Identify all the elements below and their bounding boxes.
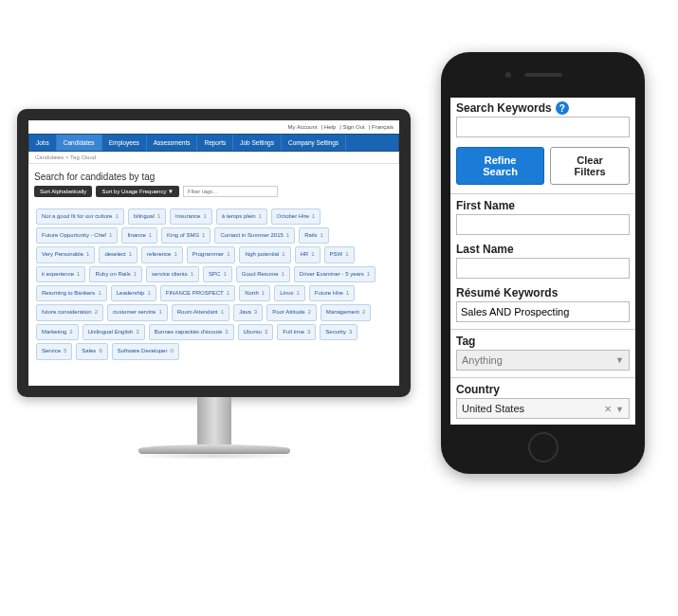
tag-pill[interactable]: Service5: [36, 343, 72, 359]
tag-pill[interactable]: Marketing2: [36, 324, 79, 340]
resume-keywords-label: Résumé Keywords: [456, 286, 630, 299]
search-keywords-label: Search Keywords ?: [456, 101, 630, 115]
first-name-input[interactable]: [456, 214, 630, 235]
monitor-bezel: My Account| Help| Sign Out| Français Job…: [17, 109, 411, 397]
tag-pill[interactable]: it experience1: [36, 266, 85, 282]
tag-pill[interactable]: Very Personable1: [36, 246, 95, 263]
tag-pill[interactable]: à temps plein1: [216, 208, 267, 225]
tag-pill[interactable]: reference1: [141, 246, 183, 263]
nav-tab-reports[interactable]: Reports: [197, 135, 233, 151]
filter-tags-input[interactable]: [183, 186, 278, 197]
tag-pill[interactable]: Returning to Bankers1: [36, 285, 107, 301]
country-select[interactable]: United States ✕▼: [456, 398, 630, 419]
separator: [450, 329, 635, 330]
tag-pill[interactable]: Room Attendant1: [172, 304, 229, 320]
tag-pill[interactable]: Future Opportunity - Chef1: [36, 227, 118, 244]
desktop-monitor: My Account| Help| Sign Out| Français Job…: [17, 109, 411, 460]
tag-pill[interactable]: Linux1: [274, 285, 305, 301]
desktop-screen: My Account| Help| Sign Out| Français Job…: [28, 120, 399, 386]
tag-pill[interactable]: Rails1: [299, 227, 329, 244]
top-link[interactable]: | Français: [369, 124, 394, 130]
tag-pill[interactable]: customer service1: [107, 304, 168, 320]
tag-pill[interactable]: PSW1: [324, 246, 355, 263]
country-label: Country: [456, 383, 630, 396]
tag-pill[interactable]: Leadership1: [111, 285, 156, 301]
tag-pill[interactable]: Driver Examiner - 5 years1: [294, 266, 376, 282]
tag-pill[interactable]: Good Resume1: [236, 266, 290, 282]
refine-search-button[interactable]: Refine Search: [456, 147, 544, 185]
tag-pill[interactable]: Future Hire1: [309, 285, 355, 301]
tag-pill[interactable]: future consideration2: [36, 304, 103, 320]
tag-pill[interactable]: bilingual1: [128, 208, 166, 225]
top-links: My Account| Help| Sign Out| Français: [28, 120, 399, 134]
tag-pill[interactable]: deselect1: [99, 246, 137, 263]
tag-pill[interactable]: Management2: [321, 304, 371, 320]
nav-tab-job-settings[interactable]: Job Settings: [233, 135, 282, 151]
nav-tab-assessments[interactable]: Assessments: [147, 135, 198, 151]
tag-pill[interactable]: HR1: [295, 246, 321, 263]
clear-filters-button[interactable]: Clear Filters: [550, 147, 630, 185]
search-keywords-input[interactable]: [456, 117, 630, 137]
tag-pill[interactable]: Insurance1: [170, 208, 212, 225]
tag-pill[interactable]: Contact in Summer 20151: [214, 227, 295, 244]
search-keywords-text: Search Keywords: [456, 101, 552, 115]
nav-tab-company-settings[interactable]: Company Settings: [282, 135, 346, 151]
clear-x-icon[interactable]: ✕: [604, 404, 612, 414]
tag-pill[interactable]: Ruby on Rails1: [89, 266, 142, 282]
button-row: Refine Search Clear Filters: [450, 141, 635, 190]
tag-pill[interactable]: Software Developer0: [112, 343, 179, 359]
tag-pill[interactable]: Unilingual English2: [82, 324, 145, 340]
sort-freq-button[interactable]: Sort by Usage Frequency ▼: [96, 186, 179, 197]
top-link[interactable]: | Sign Out: [339, 124, 365, 130]
resume-keywords-input[interactable]: [456, 301, 630, 322]
monitor-stand: [197, 397, 231, 444]
first-name-label: First Name: [456, 199, 630, 212]
tag-select[interactable]: Anything ▼: [456, 350, 630, 371]
tag-select-value: Anything: [462, 354, 503, 366]
page-title: Search for candidates by tag: [28, 164, 399, 186]
top-link[interactable]: My Account: [288, 124, 318, 130]
tag-pill[interactable]: Sales6: [76, 343, 107, 359]
nav-tab-employees[interactable]: Employees: [102, 135, 147, 151]
separator: [450, 193, 635, 194]
tag-pill[interactable]: Ubuntu3: [238, 324, 274, 340]
tag-pill[interactable]: Security3: [320, 324, 357, 340]
phone-speaker: [524, 73, 562, 77]
tag-pill[interactable]: Java3: [233, 304, 263, 320]
nav-tabs: JobsCandidatesEmployeesAssessmentsReport…: [28, 134, 399, 152]
phone-home-button[interactable]: [528, 432, 559, 462]
tag-pill[interactable]: Full time3: [277, 324, 316, 340]
tag-pill[interactable]: SPC1: [203, 266, 232, 282]
tag-pill[interactable]: high potential1: [239, 246, 290, 263]
tag-pill[interactable]: King of SMG1: [161, 227, 211, 244]
tag-pill[interactable]: finance1: [121, 227, 157, 244]
last-name-input[interactable]: [456, 258, 630, 279]
chevron-down-icon: ▼: [615, 355, 624, 365]
tag-label: Tag: [456, 335, 630, 348]
nav-tab-jobs[interactable]: Jobs: [29, 135, 57, 151]
phone-camera: [505, 72, 511, 78]
breadcrumb: Candidates > Tag Cloud: [28, 152, 399, 164]
help-icon[interactable]: ?: [556, 101, 569, 115]
tag-pill[interactable]: FINANCE PROSPECT1: [160, 285, 235, 301]
tag-pill[interactable]: service clients1: [146, 266, 199, 282]
monitor-shadow: [129, 452, 300, 460]
country-select-controls: ✕▼: [604, 403, 624, 414]
top-link[interactable]: | Help: [321, 124, 337, 130]
chevron-down-icon: ▼: [615, 405, 624, 414]
separator: [450, 377, 635, 378]
tag-pill[interactable]: Poor Attitude2: [266, 304, 317, 320]
tag-pill[interactable]: Not a good fit for our culture1: [36, 208, 124, 225]
controls-row: Sort Alphabetically Sort by Usage Freque…: [28, 186, 399, 203]
tag-pill[interactable]: October Hire1: [271, 208, 321, 225]
phone-device: Search Keywords ? Refine Search Clear Fi…: [441, 52, 645, 474]
country-select-value: United States: [462, 403, 524, 414]
nav-tab-candidates[interactable]: Candidates: [57, 135, 102, 151]
tag-pill[interactable]: North1: [239, 285, 270, 301]
phone-screen: Search Keywords ? Refine Search Clear Fi…: [450, 98, 635, 425]
last-name-label: Last Name: [456, 243, 630, 256]
tag-pill[interactable]: Bonnes capacités d'écoute3: [149, 324, 234, 340]
tag-pill[interactable]: Programmer1: [187, 246, 236, 263]
tags-area: Not a good fit for our culture1bilingual…: [28, 203, 399, 365]
sort-alpha-button[interactable]: Sort Alphabetically: [34, 186, 92, 197]
